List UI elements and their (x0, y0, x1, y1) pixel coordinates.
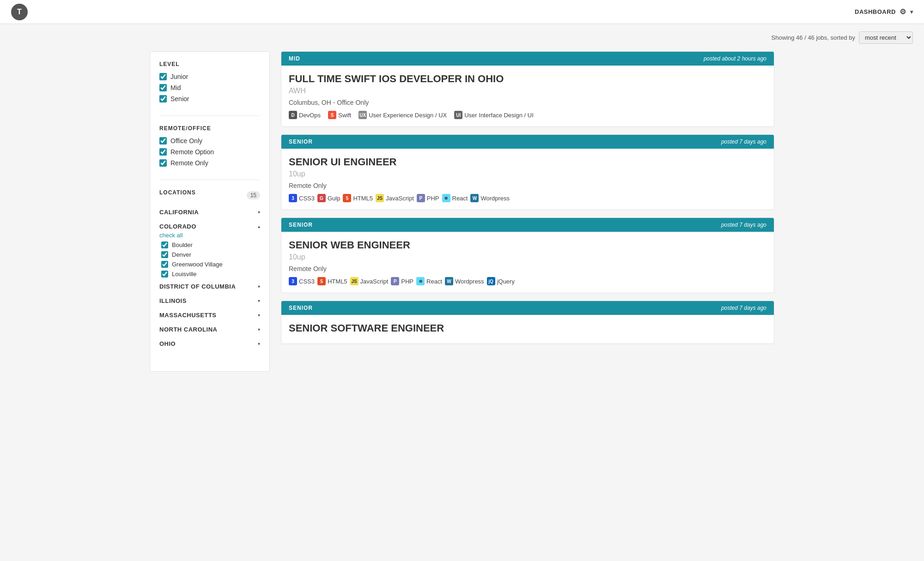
ohio-label: OHIO (159, 340, 176, 347)
california-expand-icon: ▾ (258, 210, 260, 215)
tag-jquery-j3: jQ jQuery (487, 277, 515, 285)
job-3-location: Remote Only (289, 265, 766, 272)
louisville-checkbox[interactable] (161, 271, 168, 277)
job-card-4-body[interactable]: SENIOR SOFTWARE ENGINEER (281, 315, 774, 344)
illinois-label: ILLINOIS (159, 297, 187, 304)
job-4-level: SENIOR (289, 305, 313, 311)
north-carolina-expand-icon: ▾ (258, 327, 260, 332)
level-mid[interactable]: Mid (159, 84, 260, 91)
remote-office-title: REMOTE/OFFICE (159, 125, 260, 132)
locations-count: 15 (247, 191, 260, 199)
level-mid-label: Mid (170, 84, 181, 91)
job-2-company: 10up (289, 170, 766, 178)
colorado-label: COLORADO (159, 223, 196, 230)
north-carolina-row[interactable]: NORTH CAROLINA ▾ (159, 324, 260, 335)
colorado-row[interactable]: COLORADO ▴ (159, 221, 260, 232)
job-2-location: Remote Only (289, 182, 766, 189)
job-2-level: SENIOR (289, 139, 313, 145)
level-junior-checkbox[interactable] (159, 73, 167, 80)
main-layout: LEVEL Junior Mid Senior REMOTE/OFFICE Of… (139, 51, 785, 383)
subloc-greenwood[interactable]: Greenwood Village (161, 261, 260, 268)
massachusetts-row[interactable]: MASSACHUSETTS ▾ (159, 310, 260, 320)
caret-icon[interactable]: ▾ (910, 9, 913, 15)
job-4-posted: posted 7 days ago (721, 305, 766, 311)
denver-checkbox[interactable] (161, 251, 168, 258)
tag-react: ⚛ React (442, 194, 468, 202)
tag-html5: 5 HTML5 (343, 194, 373, 202)
logo[interactable]: T (11, 4, 28, 20)
filter-office-only[interactable]: Office Only (159, 137, 260, 145)
louisville-label: Louisville (172, 271, 196, 277)
job-card-2: SENIOR posted 7 days ago SENIOR UI ENGIN… (281, 134, 774, 210)
sort-select[interactable]: most recent most relevant oldest (859, 31, 913, 44)
level-senior[interactable]: Senior (159, 95, 260, 103)
dc-label: DISTRICT OF COLUMBIA (159, 283, 236, 290)
level-mid-checkbox[interactable] (159, 84, 167, 91)
filter-remote-option[interactable]: Remote Option (159, 148, 260, 156)
dc-row[interactable]: DISTRICT OF COLUMBIA ▾ (159, 281, 260, 292)
ohio-row[interactable]: OHIO ▾ (159, 338, 260, 349)
job-card-1-body[interactable]: FULL TIME SWIFT IOS DEVELOPER IN OHIO AW… (281, 66, 774, 127)
remote-option-checkbox[interactable] (159, 148, 167, 156)
job-card-1: MID posted about 2 hours ago FULL TIME S… (281, 51, 774, 127)
boulder-label: Boulder (172, 241, 193, 248)
location-ohio: OHIO ▾ (159, 338, 260, 349)
job-3-level: SENIOR (289, 222, 313, 228)
ui-icon: UI (454, 111, 462, 119)
level-filter: LEVEL Junior Mid Senior (159, 61, 260, 116)
filter-remote-only[interactable]: Remote Only (159, 159, 260, 167)
tag-react-j3: ⚛ React (416, 277, 442, 285)
tag-ui: UI User Interface Design / UI (454, 111, 534, 119)
job-card-3-body[interactable]: SENIOR WEB ENGINEER 10up Remote Only 3 C… (281, 232, 774, 293)
denver-label: Denver (172, 251, 191, 258)
location-massachusetts: MASSACHUSETTS ▾ (159, 310, 260, 320)
job-3-company: 10up (289, 253, 766, 261)
tag-php: P PHP (417, 194, 439, 202)
location-dc: DISTRICT OF COLUMBIA ▾ (159, 281, 260, 292)
tag-devops: D DevOps (289, 111, 321, 119)
job-1-company: AWH (289, 87, 766, 95)
greenwood-checkbox[interactable] (161, 261, 168, 268)
tag-gulp: G Gulp (317, 194, 340, 202)
california-row[interactable]: CALIFORNIA ▾ (159, 207, 260, 217)
css3-icon: 3 (289, 194, 297, 202)
dashboard-label: DASHBOARD (855, 8, 896, 15)
boulder-checkbox[interactable] (161, 241, 168, 248)
job-card-2-body[interactable]: SENIOR UI ENGINEER 10up Remote Only 3 CS… (281, 149, 774, 210)
tag-ux: UX User Experience Design / UX (359, 111, 447, 119)
swift-icon: S (328, 111, 336, 119)
job-card-3: SENIOR posted 7 days ago SENIOR WEB ENGI… (281, 217, 774, 293)
job-1-tags: D DevOps S Swift UX User Experience Desi… (289, 111, 766, 119)
location-illinois: ILLINOIS ▾ (159, 296, 260, 306)
gulp-icon: G (317, 194, 326, 202)
logo-letter: T (17, 8, 22, 16)
locations-header: LOCATIONS 15 (159, 189, 260, 201)
tag-swift: S Swift (328, 111, 351, 119)
locations-filter: LOCATIONS 15 CALIFORNIA ▾ COLORADO ▴ che… (159, 189, 260, 362)
job-1-posted: posted about 2 hours ago (704, 55, 766, 62)
office-only-checkbox[interactable] (159, 137, 167, 145)
remote-only-label: Remote Only (170, 159, 208, 167)
job-card-1-header: MID posted about 2 hours ago (281, 52, 774, 66)
sidebar: LEVEL Junior Mid Senior REMOTE/OFFICE Of… (150, 51, 270, 372)
job-card-2-header: SENIOR posted 7 days ago (281, 135, 774, 149)
remote-only-checkbox[interactable] (159, 159, 167, 167)
level-senior-checkbox[interactable] (159, 95, 167, 103)
job-2-posted: posted 7 days ago (721, 139, 766, 145)
subloc-boulder[interactable]: Boulder (161, 241, 260, 248)
job-2-tags: 3 CSS3 G Gulp 5 HTML5 JS JavaScript (289, 194, 766, 202)
level-junior-label: Junior (170, 73, 188, 80)
illinois-row[interactable]: ILLINOIS ▾ (159, 296, 260, 306)
colorado-check-all[interactable]: check all (159, 232, 260, 239)
jquery-icon-j3: jQ (487, 277, 495, 285)
subloc-denver[interactable]: Denver (161, 251, 260, 258)
level-junior[interactable]: Junior (159, 73, 260, 80)
locations-title: LOCATIONS (159, 189, 196, 196)
massachusetts-label: MASSACHUSETTS (159, 312, 217, 319)
subloc-louisville[interactable]: Louisville (161, 271, 260, 277)
wp-icon: W (470, 194, 479, 202)
colorado-expand-icon: ▴ (258, 224, 260, 229)
tag-html5-j3: 5 HTML5 (317, 277, 347, 285)
gear-icon[interactable]: ⚙ (900, 7, 906, 16)
job-card-4-header: SENIOR posted 7 days ago (281, 301, 774, 315)
